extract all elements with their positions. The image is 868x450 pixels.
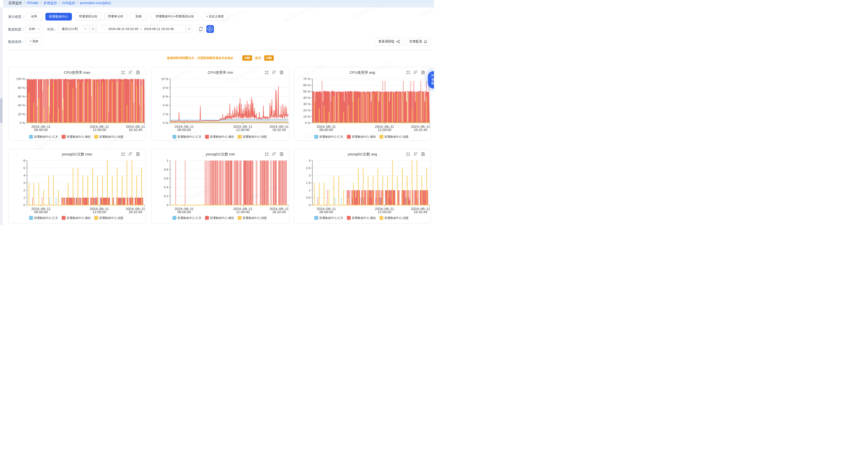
svg-text:80 %: 80 % [18,86,25,90]
svg-text:12:00:00: 12:00:00 [236,210,249,214]
svg-text:部署数据中心:廊坊: 部署数据中心:廊坊 [210,135,234,139]
svg-text:12:00:00: 12:00:00 [92,128,106,132]
svg-text:部署数据中心:汇天: 部署数据中心:汇天 [177,216,201,220]
svg-text:40 %: 40 % [303,96,310,100]
svg-text:16:32:45: 16:32:45 [414,128,427,132]
svg-text:60 %: 60 % [303,83,310,87]
svg-text:16:32:45: 16:32:45 [128,210,142,214]
svg-text:部署数据中心:润慧: 部署数据中心:润慧 [384,135,408,139]
svg-text:部署数据中心:廊坊: 部署数据中心:廊坊 [66,135,91,139]
svg-text:4: 4 [23,173,25,177]
svg-text:06:00:00: 06:00:00 [319,128,333,132]
svg-text:1: 1 [23,196,25,199]
svg-text:06:00:00: 06:00:00 [34,128,48,132]
svg-text:16:32:45: 16:32:45 [128,128,142,132]
svg-text:100 %: 100 % [16,77,25,81]
svg-text:0 %: 0 % [163,121,168,125]
svg-text:部署数据中心:润慧: 部署数据中心:润慧 [242,216,267,220]
svg-text:60 %: 60 % [18,95,25,99]
svg-text:12:00:00: 12:00:00 [378,128,391,132]
svg-text:部署数据中心:润慧: 部署数据中心:润慧 [99,216,123,220]
svg-text:部署数据中心:汇天: 部署数据中心:汇天 [319,135,343,139]
svg-text:0.5: 0.5 [306,196,310,199]
svg-text:16:32:45: 16:32:45 [272,210,285,214]
svg-text:2 %: 2 % [163,112,168,116]
svg-text:06:00:00: 06:00:00 [34,210,48,214]
svg-text:30 %: 30 % [303,102,310,106]
svg-text:50 %: 50 % [303,90,310,93]
svg-text:部署数据中心:润慧: 部署数据中心:润慧 [384,216,408,220]
svg-text:2: 2 [309,173,310,177]
svg-text:2: 2 [23,189,25,192]
svg-text:5: 5 [23,166,25,170]
svg-text:部署数据中心:汇天: 部署数据中心:汇天 [177,135,201,139]
svg-text:0 %: 0 % [305,121,311,125]
svg-text:12:00:00: 12:00:00 [236,128,249,132]
svg-text:16:32:45: 16:32:45 [272,128,285,132]
svg-text:0 %: 0 % [20,121,25,125]
svg-text:20 %: 20 % [18,112,25,116]
svg-text:06:00:00: 06:00:00 [177,128,191,132]
svg-text:40 %: 40 % [18,104,25,107]
svg-text:8 %: 8 % [163,86,168,90]
svg-text:2.5: 2.5 [306,166,310,170]
svg-text:10 %: 10 % [161,77,168,81]
svg-text:12:00:00: 12:00:00 [92,210,106,214]
svg-text:1: 1 [166,159,168,162]
svg-text:0: 0 [23,203,25,207]
svg-text:4 %: 4 % [163,104,168,107]
svg-text:0.4: 0.4 [164,186,168,189]
svg-text:部署数据中心:汇天: 部署数据中心:汇天 [34,135,58,139]
svg-text:1: 1 [309,189,310,192]
svg-text:3: 3 [23,181,25,185]
svg-text:0.2: 0.2 [164,194,168,198]
svg-text:12:00:00: 12:00:00 [378,210,391,214]
svg-text:10 %: 10 % [303,115,310,118]
svg-text:部署数据中心:润慧: 部署数据中心:润慧 [99,135,123,139]
svg-text:部署数据中心:廊坊: 部署数据中心:廊坊 [210,216,234,220]
svg-text:1.5: 1.5 [306,181,310,185]
svg-text:0.6: 0.6 [164,177,168,180]
svg-text:0.8: 0.8 [164,168,168,171]
svg-text:6 %: 6 % [163,95,168,99]
svg-text:3: 3 [309,159,310,162]
svg-text:06:00:00: 06:00:00 [319,210,333,214]
svg-text:20 %: 20 % [303,109,310,112]
svg-text:部署数据中心:廊坊: 部署数据中心:廊坊 [66,216,91,220]
svg-text:6: 6 [23,159,25,162]
svg-text:06:00:00: 06:00:00 [177,210,191,214]
svg-text:部署数据中心:廊坊: 部署数据中心:廊坊 [352,216,376,220]
svg-text:0: 0 [309,203,310,207]
svg-text:部署数据中心:汇天: 部署数据中心:汇天 [319,216,343,220]
svg-text:部署数据中心:润慧: 部署数据中心:润慧 [242,135,267,139]
svg-text:0: 0 [166,203,168,207]
svg-text:70 %: 70 % [303,77,310,81]
svg-text:部署数据中心:汇天: 部署数据中心:汇天 [34,216,58,220]
svg-text:16:32:45: 16:32:45 [414,210,427,214]
svg-text:部署数据中心:廊坊: 部署数据中心:廊坊 [352,135,376,139]
